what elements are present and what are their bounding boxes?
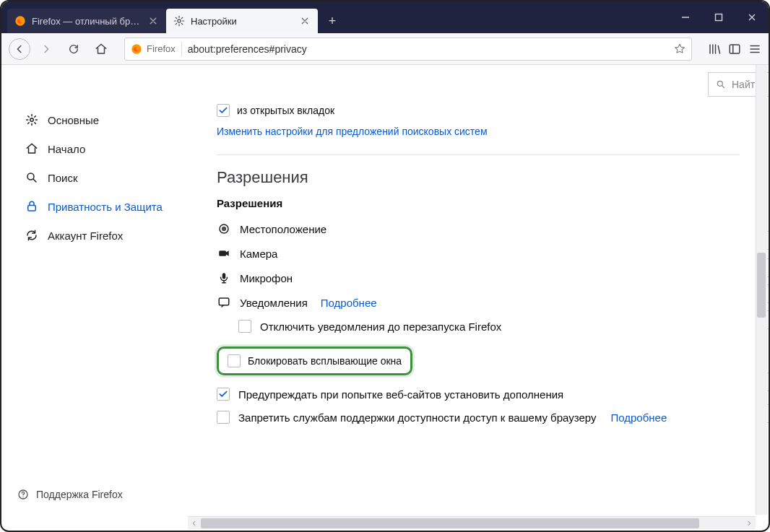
lock-icon <box>25 199 39 214</box>
sidebar-item-home[interactable]: Начало <box>17 134 188 163</box>
subsection-title-permissions: Разрешения <box>217 197 740 209</box>
close-icon[interactable] <box>147 15 159 27</box>
firefox-icon <box>14 15 26 27</box>
new-tab-button[interactable]: + <box>322 11 342 31</box>
sidebar-item-label: Начало <box>48 143 85 155</box>
checkbox-block-popups-label: Блокировать всплывающие окна <box>248 355 402 367</box>
preferences-main: Найт из открытых вкладок Изменить настро… <box>188 65 769 515</box>
sidebar-item-privacy[interactable]: Приватность и Защита <box>17 192 188 221</box>
gear-icon <box>25 113 39 127</box>
location-icon <box>217 222 231 236</box>
home-button[interactable] <box>90 38 113 61</box>
sidebar-icon[interactable] <box>728 43 741 56</box>
svg-rect-4 <box>730 45 740 53</box>
checkbox-disable-notifications[interactable] <box>238 320 251 333</box>
content-area: Основные Начало Поиск Приватность и Защи… <box>1 65 769 515</box>
checkbox-warn-addons[interactable] <box>217 388 230 401</box>
checkbox-a11y-block[interactable] <box>217 411 230 424</box>
sidebar-item-general[interactable]: Основные <box>17 105 188 134</box>
permission-microphone: Микрофон <box>217 266 740 290</box>
checkbox-block-popups[interactable] <box>228 354 241 367</box>
close-window-button[interactable] <box>735 1 769 33</box>
permission-notifications: Уведомления Подробнее <box>217 290 740 315</box>
sidebar-item-label: Поиск <box>48 172 78 184</box>
svg-point-13 <box>223 228 225 230</box>
svg-point-9 <box>22 497 23 497</box>
sidebar-item-search[interactable]: Поиск <box>17 163 188 192</box>
checkbox-a11y-block-label: Запретить службам поддержки доступности … <box>238 411 596 424</box>
preferences-sidebar: Основные Начало Поиск Приватность и Защи… <box>1 65 188 515</box>
tab-firefox-welcome[interactable]: Firefox — отличный браузер д <box>7 9 166 33</box>
permission-microphone-label: Микрофон <box>240 272 293 284</box>
svg-point-3 <box>131 44 141 53</box>
svg-point-6 <box>27 173 34 180</box>
svg-rect-2 <box>716 14 722 21</box>
back-button[interactable] <box>9 38 30 60</box>
svg-rect-15 <box>222 273 226 279</box>
checkbox-open-tabs-label: из открытых вкладок <box>237 105 334 116</box>
a11y-learn-more-link[interactable]: Подробнее <box>610 411 667 424</box>
microphone-icon <box>217 271 231 285</box>
permission-location-label: Местоположение <box>240 223 326 235</box>
search-placeholder: Найт <box>732 79 755 90</box>
sidebar-support-label: Поддержка Firefox <box>36 489 123 500</box>
svg-rect-14 <box>219 250 226 256</box>
tab-settings[interactable]: Настройки <box>166 9 318 33</box>
svg-point-0 <box>15 16 25 25</box>
block-popups-row: Блокировать всплывающие окна <box>217 346 412 375</box>
warn-addons-row: Предупреждать при попытке веб-сайтов уст… <box>217 383 740 406</box>
horizontal-scrollbar[interactable] <box>188 516 756 529</box>
permission-camera-label: Камера <box>240 248 277 260</box>
tab-title: Firefox — отличный браузер д <box>32 16 142 27</box>
menu-icon[interactable] <box>748 43 761 56</box>
permission-camera: Камера <box>217 241 740 266</box>
permission-notifications-label: Уведомления <box>240 297 308 309</box>
checkbox-open-tabs[interactable] <box>217 104 230 117</box>
forward-button[interactable] <box>35 38 58 61</box>
section-title-permissions: Разрешения <box>217 168 740 187</box>
sidebar-item-label: Приватность и Защита <box>48 201 163 213</box>
camera-icon <box>217 246 231 261</box>
scroll-thumb[interactable] <box>757 253 766 318</box>
sidebar-item-label: Аккаунт Firefox <box>48 230 123 242</box>
notifications-learn-more-link[interactable]: Подробнее <box>321 297 377 309</box>
svg-point-10 <box>717 81 722 86</box>
home-icon <box>25 141 39 156</box>
open-tabs-checkbox-row: из открытых вкладок <box>217 100 740 121</box>
svg-point-5 <box>30 118 34 122</box>
identity-label: Firefox <box>147 43 176 54</box>
sidebar-item-sync[interactable]: Аккаунт Firefox <box>17 221 188 250</box>
toolbar-right <box>704 43 761 56</box>
minimize-button[interactable] <box>669 1 702 33</box>
scroll-left-icon[interactable] <box>188 517 201 530</box>
tab-title: Настройки <box>191 16 293 27</box>
maximize-button[interactable] <box>702 1 735 33</box>
window-controls <box>669 1 769 33</box>
scroll-track[interactable] <box>201 517 743 530</box>
divider <box>181 42 182 56</box>
library-icon[interactable] <box>708 43 721 56</box>
nav-toolbar: Firefox about:preferences#privacy <box>1 33 769 65</box>
permission-location: Местоположение <box>217 217 740 241</box>
reload-button[interactable] <box>62 38 85 61</box>
search-icon <box>716 79 726 90</box>
svg-rect-7 <box>28 206 36 212</box>
scroll-thumb[interactable] <box>201 518 699 528</box>
gear-icon <box>173 15 185 27</box>
help-icon <box>17 489 29 500</box>
sidebar-item-label: Основные <box>48 114 99 126</box>
notifications-disable-row: Отключить уведомления до перезапуска Fir… <box>238 315 740 338</box>
checkbox-disable-notifications-label: Отключить уведомления до перезапуска Fir… <box>260 320 501 333</box>
search-engine-settings-link[interactable]: Изменить настройки для предложений поиск… <box>217 126 488 137</box>
identity-box[interactable]: Firefox <box>131 43 176 55</box>
vertical-scrollbar[interactable] <box>756 65 767 515</box>
svg-rect-16 <box>219 298 229 305</box>
scroll-right-icon[interactable] <box>743 517 756 530</box>
a11y-block-row: Запретить службам поддержки доступности … <box>217 406 740 429</box>
firefox-icon <box>131 43 142 55</box>
close-icon[interactable] <box>299 15 311 27</box>
url-bar[interactable]: Firefox about:preferences#privacy <box>124 38 692 61</box>
sync-icon <box>25 228 39 243</box>
bookmark-star-icon[interactable] <box>674 43 685 55</box>
sidebar-support-link[interactable]: Поддержка Firefox <box>17 489 123 500</box>
